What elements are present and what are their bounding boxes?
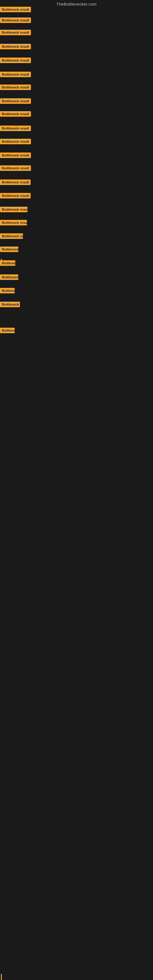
bottleneck-badge-container-1: Bottleneck result bbox=[0, 7, 31, 13]
bottleneck-badge-container-24: Bottleneck result bbox=[0, 328, 15, 334]
bottleneck-badge-8: Bottleneck result bbox=[0, 98, 31, 104]
bottleneck-badge-container-4: Bottleneck result bbox=[0, 44, 31, 51]
bottleneck-badge-21: Bottleneck result bbox=[0, 274, 18, 280]
bottleneck-badge-5: Bottleneck result bbox=[0, 57, 31, 63]
bottleneck-badge-container-5: Bottleneck result bbox=[0, 57, 31, 64]
bottleneck-badge-14: Bottleneck result bbox=[0, 180, 30, 185]
bottleneck-badge-container-16: Bottleneck result bbox=[0, 207, 27, 213]
bottleneck-badge-24: Bottleneck result bbox=[0, 328, 15, 333]
bottleneck-badge-container-14: Bottleneck result bbox=[0, 180, 30, 186]
vertical-bar-2 bbox=[1, 974, 2, 980]
bottleneck-badge-23: Bottleneck result bbox=[0, 302, 20, 307]
bottleneck-badge-3: Bottleneck result bbox=[0, 30, 31, 35]
bottleneck-badge-container-8: Bottleneck result bbox=[0, 98, 31, 105]
bottleneck-badge-4: Bottleneck result bbox=[0, 44, 31, 49]
bottleneck-badge-13: Bottleneck result bbox=[0, 165, 31, 171]
bottleneck-badge-22: Bottleneck result bbox=[0, 288, 15, 293]
bottleneck-badge-16: Bottleneck result bbox=[0, 207, 27, 212]
bottleneck-badge-container-21: Bottleneck result bbox=[0, 274, 18, 281]
bottleneck-badge-15: Bottleneck result bbox=[0, 193, 30, 199]
bottleneck-badge-container-17: Bottleneck result bbox=[0, 220, 27, 227]
bottleneck-badge-11: Bottleneck result bbox=[0, 139, 31, 144]
bottleneck-badge-container-20: Bottleneck result bbox=[0, 260, 15, 267]
bottleneck-badge-container-15: Bottleneck result bbox=[0, 193, 30, 200]
bottleneck-badge-9: Bottleneck result bbox=[0, 111, 31, 117]
bottleneck-badge-container-23: Bottleneck result bbox=[0, 302, 20, 309]
bottleneck-badge-container-3: Bottleneck result bbox=[0, 30, 31, 37]
bottleneck-badge-18: Bottleneck result bbox=[0, 233, 23, 239]
bottleneck-badge-2: Bottleneck result bbox=[0, 18, 31, 23]
bottleneck-badge-container-22: Bottleneck result bbox=[0, 288, 15, 294]
bottleneck-badge-1: Bottleneck result bbox=[0, 7, 31, 12]
bottleneck-badge-container-13: Bottleneck result bbox=[0, 165, 31, 172]
bottleneck-badge-6: Bottleneck result bbox=[0, 72, 31, 77]
bottleneck-badge-19: Bottleneck result bbox=[0, 247, 18, 252]
bottleneck-badge-container-18: Bottleneck result bbox=[0, 233, 23, 240]
bottleneck-badge-container-6: Bottleneck result bbox=[0, 72, 31, 78]
bottleneck-badge-container-2: Bottleneck result bbox=[0, 18, 31, 24]
bottleneck-badge-container-7: Bottleneck result bbox=[0, 84, 31, 91]
bottleneck-badge-container-10: Bottleneck result bbox=[0, 126, 31, 132]
bottleneck-badge-container-12: Bottleneck result bbox=[0, 153, 31, 159]
bottleneck-badge-container-11: Bottleneck result bbox=[0, 139, 31, 145]
bottleneck-badge-7: Bottleneck result bbox=[0, 84, 31, 90]
bottleneck-badge-container-19: Bottleneck result bbox=[0, 247, 18, 253]
bottleneck-badge-20: Bottleneck result bbox=[0, 260, 15, 266]
bottleneck-badge-container-9: Bottleneck result bbox=[0, 111, 31, 118]
vertical-bar-1 bbox=[1, 259, 2, 265]
bottleneck-badge-17: Bottleneck result bbox=[0, 220, 27, 225]
bottleneck-badge-10: Bottleneck result bbox=[0, 126, 31, 131]
bottleneck-badge-12: Bottleneck result bbox=[0, 153, 31, 158]
